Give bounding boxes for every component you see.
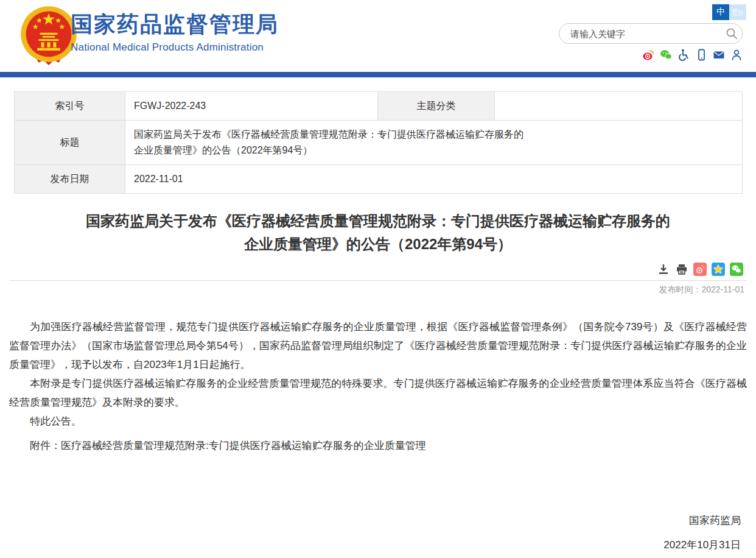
share-weibo-icon[interactable] xyxy=(693,263,707,276)
article-body: 为加强医疗器械经营监督管理，规范专门提供医疗器械运输贮存服务的企业质量管理，根据… xyxy=(9,317,747,431)
table-row: 标题 国家药监局关于发布《医疗器械经营质量管理规范附录：专门提供医疗器械运输贮存… xyxy=(15,121,743,165)
date-label: 发布日期 xyxy=(15,165,125,194)
title-label: 标题 xyxy=(15,121,125,165)
share-wechat-icon[interactable] xyxy=(730,263,743,276)
article-toolbar xyxy=(9,262,747,277)
table-row: 索引号 FGWJ-2022-243 主题分类 xyxy=(15,92,743,121)
language-toggle: 中 En xyxy=(712,4,746,20)
site-subtitle: National Medical Products Administration xyxy=(71,41,279,54)
page-title: 国家药监局关于发布《医疗器械经营质量管理规范附录：专门提供医疗器械运输贮存服务的… xyxy=(0,210,756,256)
search-input[interactable] xyxy=(559,29,721,39)
download-icon[interactable] xyxy=(657,263,670,276)
site-title-block: 国家药品监督管理局 National Medical Products Admi… xyxy=(71,11,279,54)
header-divider-bar xyxy=(0,72,756,77)
article-paragraph: 为加强医疗器械经营监督管理，规范专门提供医疗器械运输贮存服务的企业质量管理，根据… xyxy=(9,317,747,374)
signer-name: 国家药监局 xyxy=(9,514,741,528)
mobile-icon[interactable] xyxy=(695,49,707,61)
site-name: 国家药品监督管理局 xyxy=(71,11,279,38)
title-value: 国家药监局关于发布《医疗器械经营质量管理规范附录：专门提供医疗器械运输贮存服务的… xyxy=(125,121,743,165)
table-row: 发布日期 2022-11-01 xyxy=(15,165,743,194)
search-icon[interactable] xyxy=(721,23,742,44)
page-title-line1: 国家药监局关于发布《医疗器械经营质量管理规范附录：专门提供医疗器械运输贮存服务的 xyxy=(86,213,670,229)
user-icon[interactable] xyxy=(730,49,743,61)
signature-block: 国家药监局 2022年10月31日 xyxy=(9,514,747,552)
document-info-table: 索引号 FGWJ-2022-243 主题分类 标题 国家药监局关于发布《医疗器械… xyxy=(14,91,743,194)
topic-value xyxy=(495,92,743,121)
page-title-line2: 企业质量管理》的公告（2022年第94号） xyxy=(244,236,512,252)
title-value-line1: 国家药监局关于发布《医疗器械经营质量管理规范附录：专门提供医疗器械运输贮存服务的 xyxy=(134,129,523,140)
index-value: FGWJ-2022-243 xyxy=(125,92,378,121)
lang-en-button[interactable]: En xyxy=(729,4,746,20)
print-icon[interactable] xyxy=(675,263,688,276)
lang-zh-button[interactable]: 中 xyxy=(712,4,729,20)
article-paragraph: 特此公告。 xyxy=(9,412,747,431)
site-search xyxy=(559,23,743,44)
article-paragraph: 本附录是专门提供医疗器械运输贮存服务的企业经营质量管理规范的特殊要求。专门提供医… xyxy=(9,374,747,412)
headline-divider xyxy=(9,280,747,281)
accessibility-icon[interactable] xyxy=(677,49,690,61)
wechat-icon[interactable] xyxy=(660,49,672,61)
date-value: 2022-11-01 xyxy=(125,165,743,194)
attachment-link[interactable]: 附件：医疗器械经营质量管理规范附录:专门提供医疗器械运输贮存服务的企业质量管理 xyxy=(9,436,747,455)
title-value-line2: 企业质量管理》的公告（2022年第94号） xyxy=(134,145,312,155)
index-label: 索引号 xyxy=(15,92,125,121)
share-qzone-icon[interactable] xyxy=(712,263,725,276)
weibo-icon[interactable] xyxy=(642,49,654,61)
sign-date: 2022年10月31日 xyxy=(9,538,741,552)
mail-icon[interactable] xyxy=(713,49,725,61)
topic-label: 主题分类 xyxy=(378,92,495,121)
site-header: 国家药品监督管理局 National Medical Products Admi… xyxy=(0,0,756,72)
quick-links xyxy=(642,49,743,61)
publish-time: 发布时间：2022-11-01 xyxy=(9,284,747,295)
